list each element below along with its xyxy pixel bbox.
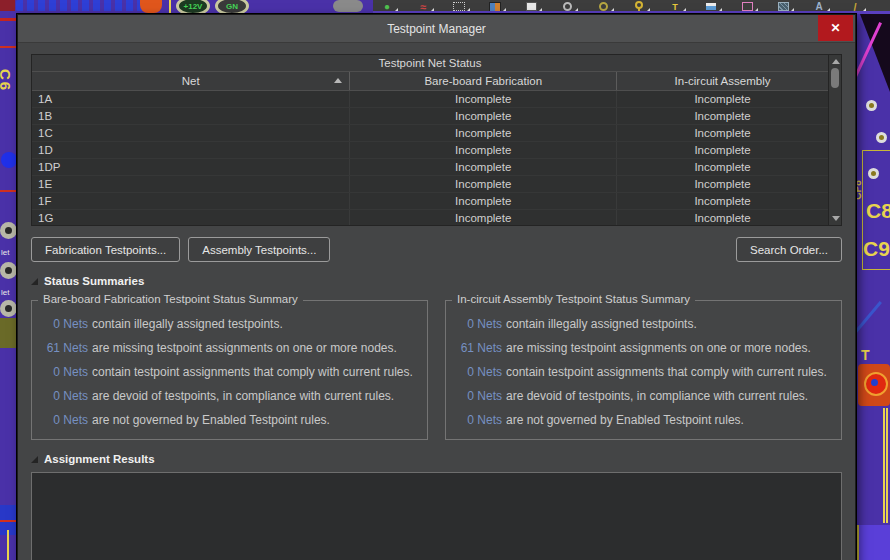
pcb-pad xyxy=(0,300,17,317)
collapse-triangle-icon xyxy=(31,456,38,463)
summary-line: 61 Netsare missing testpoint assignments… xyxy=(40,341,419,355)
net-count: 0 Nets xyxy=(454,365,502,379)
column-header-net[interactable]: Net xyxy=(32,72,350,90)
pcb-net-text: let xyxy=(1,248,9,257)
pcb-trace xyxy=(0,190,17,192)
table-main: Testpoint Net Status Net Bare-board Fabr… xyxy=(32,55,828,225)
search-order-button[interactable]: Search Order... xyxy=(736,237,842,262)
status-summaries-section-header[interactable]: Status Summaries xyxy=(31,275,842,287)
table-group-header: Testpoint Net Status xyxy=(32,55,828,72)
table-scrollbar[interactable] xyxy=(828,55,841,225)
cell-bare-board-fabrication: Incomplete xyxy=(350,193,617,209)
cell-bare-board-fabrication: Incomplete xyxy=(350,91,617,107)
button-row: Fabrication Testpoints... Assembly Testp… xyxy=(31,237,842,262)
net-table-rows: 1AIncompleteIncomplete1BIncompleteIncomp… xyxy=(32,91,828,225)
summary-text: contain testpoint assignments that compl… xyxy=(506,365,827,379)
pcb-shape xyxy=(0,318,17,348)
pcb-silkscreen: T xyxy=(861,348,870,362)
scroll-up-icon[interactable] xyxy=(832,59,840,64)
sort-ascending-icon xyxy=(334,78,342,83)
summary-text: are not governed by Enabled Testpoint ru… xyxy=(506,413,744,427)
summary-text: are devoid of testpoints, in compliance … xyxy=(506,389,808,403)
collapse-triangle-icon xyxy=(31,278,38,285)
summary-line: 0 Netsare devoid of testpoints, in compl… xyxy=(40,389,419,403)
cell-bare-board-fabrication: Incomplete xyxy=(350,108,617,124)
pcb-shape xyxy=(333,0,363,12)
dialog-titlebar[interactable]: Testpoint Manager ✕ xyxy=(18,15,855,43)
net-count: 0 Nets xyxy=(454,413,502,427)
assembly-summary-groupbox: In-circuit Assembly Testpoint Status Sum… xyxy=(445,300,842,440)
net-label: +12V xyxy=(184,2,203,11)
summary-line: 61 Netsare missing testpoint assignments… xyxy=(454,341,833,355)
net-count: 0 Nets xyxy=(454,389,502,403)
fabrication-summary-groupbox: Bare-board Fabrication Testpoint Status … xyxy=(31,300,428,440)
groupbox-body: 0 Netscontain illegally assigned testpoi… xyxy=(454,317,833,427)
column-header-bare-board-fabrication[interactable]: Bare-board Fabrication xyxy=(350,72,617,90)
net-count: 61 Nets xyxy=(454,341,502,355)
groupbox-title: Bare-board Fabrication Testpoint Status … xyxy=(38,293,303,305)
assembly-testpoints-button[interactable]: Assembly Testpoints... xyxy=(188,237,330,262)
pcb-pad xyxy=(866,100,877,111)
cell-in-circuit-assembly: Incomplete xyxy=(617,142,828,158)
assignment-results-section-header[interactable]: Assignment Results xyxy=(31,453,842,465)
pcb-trace xyxy=(0,46,17,48)
cell-bare-board-fabrication: Incomplete xyxy=(350,176,617,192)
table-row[interactable]: 1DIncompleteIncomplete xyxy=(32,142,828,159)
table-row[interactable]: 1CIncompleteIncomplete xyxy=(32,125,828,142)
pcb-silkscreen: C8 xyxy=(866,200,890,221)
cell-bare-board-fabrication: Incomplete xyxy=(350,159,617,175)
summary-line: 0 Netscontain testpoint assignments that… xyxy=(40,365,419,379)
section-title: Status Summaries xyxy=(44,275,144,287)
table-row[interactable]: 1BIncompleteIncomplete xyxy=(32,108,828,125)
pcb-component-outline xyxy=(883,408,888,523)
cell-net: 1A xyxy=(32,91,350,107)
cell-bare-board-fabrication: Incomplete xyxy=(350,125,617,141)
table-row[interactable]: 1EIncompleteIncomplete xyxy=(32,176,828,193)
summary-text: contain illegally assigned testpoints. xyxy=(92,317,283,331)
cell-in-circuit-assembly: Incomplete xyxy=(617,108,828,124)
cell-in-circuit-assembly: Incomplete xyxy=(617,176,828,192)
table-row[interactable]: 1DPIncompleteIncomplete xyxy=(32,159,828,176)
summary-text: are not governed by Enabled Testpoint ru… xyxy=(92,413,330,427)
cell-net: 1G xyxy=(32,210,350,225)
table-row[interactable]: 1AIncompleteIncomplete xyxy=(32,91,828,108)
cell-in-circuit-assembly: Incomplete xyxy=(617,210,828,225)
net-count: 0 Nets xyxy=(40,317,88,331)
fabrication-testpoints-button[interactable]: Fabrication Testpoints... xyxy=(31,237,180,262)
pcb-silkscreen: C9 xyxy=(863,238,890,259)
net-count: 0 Nets xyxy=(40,389,88,403)
close-icon[interactable]: ✕ xyxy=(818,15,853,41)
pcb-trace xyxy=(0,520,17,522)
pcb-trace xyxy=(169,0,171,13)
section-title: Assignment Results xyxy=(44,453,155,465)
summary-line: 0 Netsare not governed by Enabled Testpo… xyxy=(454,413,833,427)
cell-net: 1C xyxy=(32,125,350,141)
summaries-row: Bare-board Fabrication Testpoint Status … xyxy=(31,300,842,440)
table-row[interactable]: 1GIncompleteIncomplete xyxy=(32,210,828,225)
cell-bare-board-fabrication: Incomplete xyxy=(350,210,617,225)
dialog-title: Testpoint Manager xyxy=(387,22,486,36)
pcb-editor-screen: +12V GN C6 let let CP8 C8 C9 T xyxy=(0,0,890,560)
testpoint-net-status-table: Testpoint Net Status Net Bare-board Fabr… xyxy=(31,54,842,226)
column-header-in-circuit-assembly[interactable]: In-circuit Assembly xyxy=(617,72,828,90)
net-count: 0 Nets xyxy=(40,365,88,379)
pcb-component xyxy=(858,364,890,406)
scroll-down-icon[interactable] xyxy=(832,216,840,221)
groupbox-body: 0 Netscontain illegally assigned testpoi… xyxy=(40,317,419,427)
pcb-pad-row xyxy=(16,0,146,11)
cell-net: 1F xyxy=(32,193,350,209)
scrollbar-thumb[interactable] xyxy=(831,68,839,88)
summary-text: are missing testpoint assignments on one… xyxy=(506,341,811,355)
cell-in-circuit-assembly: Incomplete xyxy=(617,159,828,175)
pcb-shape xyxy=(857,525,890,560)
summary-text: are devoid of testpoints, in compliance … xyxy=(92,389,394,403)
cell-in-circuit-assembly: Incomplete xyxy=(617,91,828,107)
pcb-shape xyxy=(140,0,162,13)
assignment-results-panel xyxy=(31,472,842,560)
pcb-shape xyxy=(0,0,15,11)
net-count: 0 Nets xyxy=(40,413,88,427)
table-row[interactable]: 1FIncompleteIncomplete xyxy=(32,193,828,210)
net-label: GN xyxy=(226,2,238,11)
pcb-pad xyxy=(876,132,887,143)
summary-text: contain illegally assigned testpoints. xyxy=(506,317,697,331)
